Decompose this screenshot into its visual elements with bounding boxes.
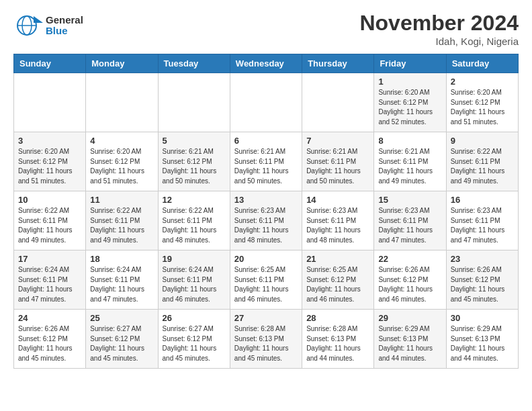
day-info: Sunrise: 6:22 AM Sunset: 6:11 PM Dayligh… (18, 206, 81, 245)
page: General Blue November 2024 Idah, Kogi, N… (0, 0, 532, 411)
day-number: 6 (234, 136, 298, 146)
calendar-day-cell: 4Sunrise: 6:20 AM Sunset: 6:12 PM Daylig… (86, 132, 158, 191)
day-number: 5 (163, 136, 226, 146)
location: Idah, Kogi, Nigeria (359, 36, 519, 47)
calendar-day-cell: 10Sunrise: 6:22 AM Sunset: 6:11 PM Dayli… (14, 191, 86, 250)
logo-blue-text: Blue (46, 26, 83, 37)
col-tuesday: Tuesday (158, 54, 230, 73)
day-number: 12 (163, 195, 226, 205)
day-info: Sunrise: 6:26 AM Sunset: 6:12 PM Dayligh… (451, 265, 514, 304)
day-info: Sunrise: 6:25 AM Sunset: 6:11 PM Dayligh… (234, 265, 298, 304)
day-info: Sunrise: 6:24 AM Sunset: 6:11 PM Dayligh… (163, 265, 226, 304)
calendar-day-cell: 15Sunrise: 6:23 AM Sunset: 6:11 PM Dayli… (374, 191, 446, 250)
calendar-day-cell: 3Sunrise: 6:20 AM Sunset: 6:12 PM Daylig… (14, 132, 86, 191)
col-sunday: Sunday (14, 54, 86, 73)
calendar-day-cell: 30Sunrise: 6:29 AM Sunset: 6:13 PM Dayli… (446, 310, 518, 369)
day-number: 11 (90, 195, 153, 205)
col-friday: Friday (374, 54, 446, 73)
calendar-header-row: Sunday Monday Tuesday Wednesday Thursday… (14, 54, 519, 73)
col-wednesday: Wednesday (230, 54, 302, 73)
day-number: 14 (306, 195, 369, 205)
calendar-week-row: 24Sunrise: 6:26 AM Sunset: 6:12 PM Dayli… (14, 310, 519, 369)
day-info: Sunrise: 6:26 AM Sunset: 6:12 PM Dayligh… (378, 265, 441, 304)
calendar-week-row: 1Sunrise: 6:20 AM Sunset: 6:12 PM Daylig… (14, 73, 519, 132)
day-number: 26 (163, 313, 226, 323)
day-info: Sunrise: 6:23 AM Sunset: 6:11 PM Dayligh… (234, 206, 298, 245)
day-info: Sunrise: 6:23 AM Sunset: 6:11 PM Dayligh… (451, 206, 514, 245)
day-number: 1 (378, 77, 441, 87)
day-number: 23 (451, 254, 514, 264)
day-info: Sunrise: 6:20 AM Sunset: 6:12 PM Dayligh… (18, 147, 81, 186)
day-number: 4 (90, 136, 153, 146)
day-info: Sunrise: 6:21 AM Sunset: 6:11 PM Dayligh… (378, 147, 441, 186)
day-number: 8 (378, 136, 441, 146)
calendar-day-cell: 27Sunrise: 6:28 AM Sunset: 6:13 PM Dayli… (230, 310, 302, 369)
day-number: 3 (18, 136, 81, 146)
calendar-day-cell: 23Sunrise: 6:26 AM Sunset: 6:12 PM Dayli… (446, 250, 518, 310)
day-info: Sunrise: 6:24 AM Sunset: 6:11 PM Dayligh… (18, 265, 81, 304)
day-number: 7 (306, 136, 369, 146)
calendar-day-cell: 16Sunrise: 6:23 AM Sunset: 6:11 PM Dayli… (446, 191, 518, 250)
day-number: 10 (18, 195, 81, 205)
col-thursday: Thursday (302, 54, 374, 73)
calendar-week-row: 10Sunrise: 6:22 AM Sunset: 6:11 PM Dayli… (14, 191, 519, 250)
month-title: November 2024 (359, 11, 519, 36)
calendar-day-cell: 21Sunrise: 6:25 AM Sunset: 6:12 PM Dayli… (302, 250, 374, 310)
calendar-table: Sunday Monday Tuesday Wednesday Thursday… (13, 54, 519, 369)
day-info: Sunrise: 6:28 AM Sunset: 6:13 PM Dayligh… (234, 324, 298, 363)
calendar-day-cell (158, 73, 230, 132)
day-number: 20 (234, 254, 298, 264)
calendar-day-cell: 29Sunrise: 6:29 AM Sunset: 6:13 PM Dayli… (374, 310, 446, 369)
calendar-day-cell: 24Sunrise: 6:26 AM Sunset: 6:12 PM Dayli… (14, 310, 86, 369)
calendar-day-cell: 12Sunrise: 6:22 AM Sunset: 6:11 PM Dayli… (158, 191, 230, 250)
calendar-day-cell: 8Sunrise: 6:21 AM Sunset: 6:11 PM Daylig… (374, 132, 446, 191)
calendar-day-cell (86, 73, 158, 132)
day-info: Sunrise: 6:29 AM Sunset: 6:13 PM Dayligh… (378, 324, 441, 363)
day-number: 24 (18, 313, 81, 323)
day-info: Sunrise: 6:29 AM Sunset: 6:13 PM Dayligh… (451, 324, 514, 363)
calendar-day-cell: 19Sunrise: 6:24 AM Sunset: 6:11 PM Dayli… (158, 250, 230, 310)
day-info: Sunrise: 6:26 AM Sunset: 6:12 PM Dayligh… (18, 324, 81, 363)
calendar-day-cell: 18Sunrise: 6:24 AM Sunset: 6:11 PM Dayli… (86, 250, 158, 310)
day-info: Sunrise: 6:22 AM Sunset: 6:11 PM Dayligh… (90, 206, 153, 245)
calendar-day-cell: 1Sunrise: 6:20 AM Sunset: 6:12 PM Daylig… (374, 73, 446, 132)
day-number: 2 (451, 77, 514, 87)
day-number: 21 (306, 254, 369, 264)
day-info: Sunrise: 6:28 AM Sunset: 6:13 PM Dayligh… (306, 324, 369, 363)
day-number: 19 (163, 254, 226, 264)
day-number: 17 (18, 254, 81, 264)
day-number: 29 (378, 313, 441, 323)
col-saturday: Saturday (446, 54, 518, 73)
calendar-week-row: 17Sunrise: 6:24 AM Sunset: 6:11 PM Dayli… (14, 250, 519, 310)
calendar-day-cell (302, 73, 374, 132)
logo: General Blue (13, 11, 83, 40)
day-info: Sunrise: 6:24 AM Sunset: 6:11 PM Dayligh… (90, 265, 153, 304)
day-number: 18 (90, 254, 153, 264)
day-info: Sunrise: 6:21 AM Sunset: 6:11 PM Dayligh… (234, 147, 298, 186)
calendar-day-cell: 17Sunrise: 6:24 AM Sunset: 6:11 PM Dayli… (14, 250, 86, 310)
day-number: 15 (378, 195, 441, 205)
day-number: 28 (306, 313, 369, 323)
calendar-day-cell: 22Sunrise: 6:26 AM Sunset: 6:12 PM Dayli… (374, 250, 446, 310)
calendar-day-cell (230, 73, 302, 132)
calendar-day-cell: 26Sunrise: 6:27 AM Sunset: 6:12 PM Dayli… (158, 310, 230, 369)
day-info: Sunrise: 6:22 AM Sunset: 6:11 PM Dayligh… (451, 147, 514, 186)
logo-label: General Blue (46, 15, 83, 37)
calendar-day-cell: 13Sunrise: 6:23 AM Sunset: 6:11 PM Dayli… (230, 191, 302, 250)
day-info: Sunrise: 6:20 AM Sunset: 6:12 PM Dayligh… (451, 88, 514, 127)
calendar-day-cell: 11Sunrise: 6:22 AM Sunset: 6:11 PM Dayli… (86, 191, 158, 250)
day-info: Sunrise: 6:23 AM Sunset: 6:11 PM Dayligh… (306, 206, 369, 245)
day-number: 9 (451, 136, 514, 146)
day-number: 27 (234, 313, 298, 323)
calendar-day-cell: 2Sunrise: 6:20 AM Sunset: 6:12 PM Daylig… (446, 73, 518, 132)
day-info: Sunrise: 6:27 AM Sunset: 6:12 PM Dayligh… (163, 324, 226, 363)
title-block: November 2024 Idah, Kogi, Nigeria (359, 11, 519, 47)
day-info: Sunrise: 6:23 AM Sunset: 6:11 PM Dayligh… (378, 206, 441, 245)
day-number: 30 (451, 313, 514, 323)
calendar-day-cell: 7Sunrise: 6:21 AM Sunset: 6:11 PM Daylig… (302, 132, 374, 191)
header: General Blue November 2024 Idah, Kogi, N… (13, 11, 519, 47)
day-number: 13 (234, 195, 298, 205)
day-info: Sunrise: 6:21 AM Sunset: 6:12 PM Dayligh… (163, 147, 226, 186)
logo-general-text: General (46, 15, 83, 26)
calendar-day-cell: 9Sunrise: 6:22 AM Sunset: 6:11 PM Daylig… (446, 132, 518, 191)
